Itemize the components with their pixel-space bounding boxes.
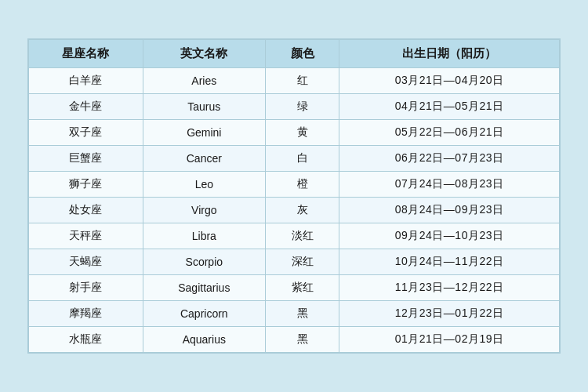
cell-english-name: Aries [143, 68, 265, 94]
table-row: 射手座Sagittarius紫红11月23日—12月22日 [29, 275, 560, 301]
cell-english-name: Leo [143, 172, 265, 198]
table-row: 金牛座Taurus绿04月21日—05月21日 [29, 94, 560, 120]
col-header-color: 颜色 [265, 40, 339, 68]
cell-chinese-name: 巨蟹座 [29, 146, 143, 172]
cell-color: 红 [265, 68, 339, 94]
cell-english-name: Taurus [143, 94, 265, 120]
cell-english-name: Capricorn [143, 301, 265, 327]
cell-chinese-name: 处女座 [29, 198, 143, 223]
cell-dates: 10月24日—11月22日 [339, 249, 560, 275]
table-row: 水瓶座Aquarius黑01月21日—02月19日 [29, 327, 560, 353]
cell-color: 橙 [265, 172, 339, 198]
cell-english-name: Aquarius [143, 327, 265, 353]
table-row: 处女座Virgo灰08月24日—09月23日 [29, 198, 560, 223]
table-row: 双子座Gemini黄05月22日—06月21日 [29, 120, 560, 146]
cell-chinese-name: 天秤座 [29, 223, 143, 249]
zodiac-table: 星座名称 英文名称 颜色 出生日期（阳历） 白羊座Aries红03月21日—04… [28, 39, 560, 353]
cell-color: 绿 [265, 94, 339, 120]
cell-dates: 07月24日—08月23日 [339, 172, 560, 198]
zodiac-table-container: 星座名称 英文名称 颜色 出生日期（阳历） 白羊座Aries红03月21日—04… [27, 38, 561, 354]
table-body: 白羊座Aries红03月21日—04月20日金牛座Taurus绿04月21日—0… [29, 68, 560, 353]
cell-chinese-name: 双子座 [29, 120, 143, 146]
cell-chinese-name: 狮子座 [29, 172, 143, 198]
cell-chinese-name: 白羊座 [29, 68, 143, 94]
cell-color: 黄 [265, 120, 339, 146]
cell-dates: 12月23日—01月22日 [339, 301, 560, 327]
table-row: 摩羯座Capricorn黑12月23日—01月22日 [29, 301, 560, 327]
table-row: 白羊座Aries红03月21日—04月20日 [29, 68, 560, 94]
cell-english-name: Libra [143, 223, 265, 249]
cell-dates: 09月24日—10月23日 [339, 223, 560, 249]
cell-dates: 03月21日—04月20日 [339, 68, 560, 94]
cell-english-name: Scorpio [143, 249, 265, 275]
cell-dates: 11月23日—12月22日 [339, 275, 560, 301]
cell-color: 白 [265, 146, 339, 172]
col-header-english: 英文名称 [143, 40, 265, 68]
col-header-chinese: 星座名称 [29, 40, 143, 68]
cell-chinese-name: 天蝎座 [29, 249, 143, 275]
table-header-row: 星座名称 英文名称 颜色 出生日期（阳历） [29, 40, 560, 68]
cell-color: 淡红 [265, 223, 339, 249]
cell-dates: 04月21日—05月21日 [339, 94, 560, 120]
cell-english-name: Gemini [143, 120, 265, 146]
cell-color: 灰 [265, 198, 339, 223]
cell-dates: 05月22日—06月21日 [339, 120, 560, 146]
cell-chinese-name: 摩羯座 [29, 301, 143, 327]
cell-color: 紫红 [265, 275, 339, 301]
cell-color: 黑 [265, 327, 339, 353]
cell-chinese-name: 水瓶座 [29, 327, 143, 353]
cell-dates: 01月21日—02月19日 [339, 327, 560, 353]
table-row: 天秤座Libra淡红09月24日—10月23日 [29, 223, 560, 249]
col-header-dates: 出生日期（阳历） [339, 40, 560, 68]
cell-color: 深红 [265, 249, 339, 275]
cell-english-name: Virgo [143, 198, 265, 223]
table-row: 天蝎座Scorpio深红10月24日—11月22日 [29, 249, 560, 275]
table-row: 狮子座Leo橙07月24日—08月23日 [29, 172, 560, 198]
cell-dates: 06月22日—07月23日 [339, 146, 560, 172]
table-row: 巨蟹座Cancer白06月22日—07月23日 [29, 146, 560, 172]
cell-english-name: Cancer [143, 146, 265, 172]
cell-dates: 08月24日—09月23日 [339, 198, 560, 223]
cell-chinese-name: 射手座 [29, 275, 143, 301]
cell-chinese-name: 金牛座 [29, 94, 143, 120]
cell-english-name: Sagittarius [143, 275, 265, 301]
cell-color: 黑 [265, 301, 339, 327]
